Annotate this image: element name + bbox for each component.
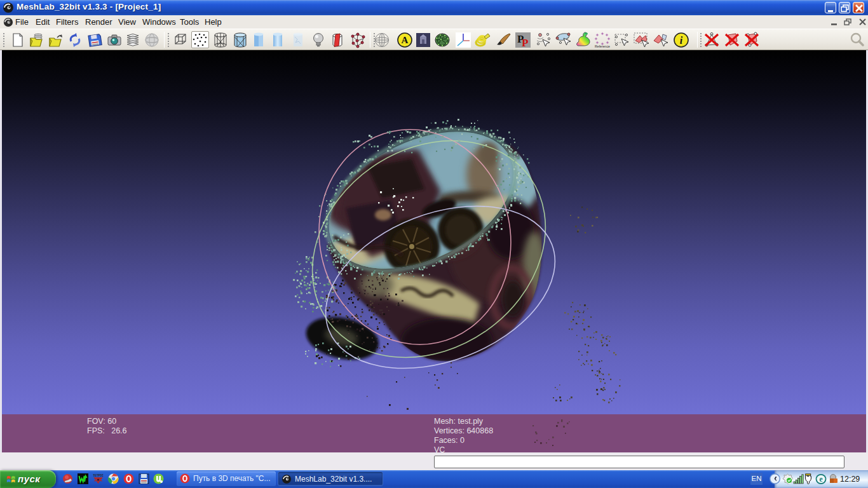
svg-text:P: P [522,37,528,48]
svg-text:i: i [680,35,683,46]
svg-text:Reference: Reference [595,44,610,48]
svg-text:ТЕТРIС: ТЕТРIС [93,474,104,477]
svg-text:e: e [819,475,822,483]
svg-text:A: A [402,35,409,45]
